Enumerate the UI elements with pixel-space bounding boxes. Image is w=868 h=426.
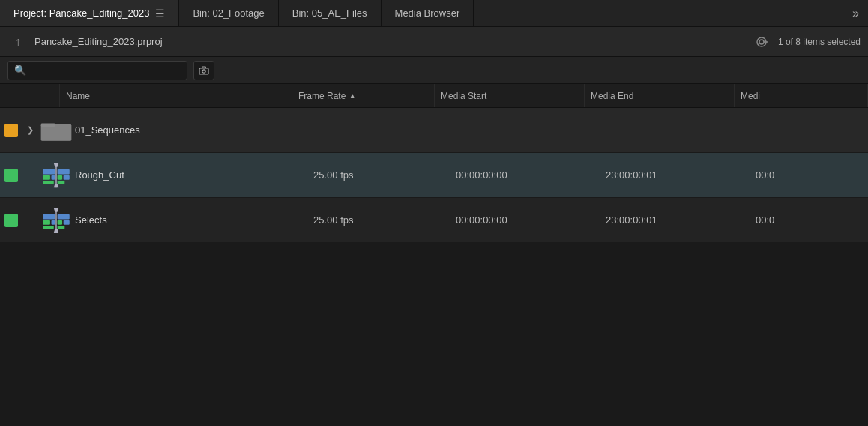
col-name-label: Name bbox=[66, 91, 90, 101]
back-button[interactable]: ↑ bbox=[7, 32, 28, 52]
col-framerate-label: Frame Rate bbox=[298, 91, 346, 101]
svg-rect-18 bbox=[58, 181, 65, 184]
sequence-icon bbox=[40, 159, 72, 192]
color-badge bbox=[4, 169, 18, 182]
svg-point-4 bbox=[202, 69, 205, 72]
col-header-mediastart[interactable]: Media Start bbox=[435, 84, 585, 107]
search-input[interactable] bbox=[31, 65, 181, 76]
folder-icon bbox=[40, 115, 72, 146]
row-thumbnail bbox=[37, 204, 75, 237]
color-badge bbox=[4, 124, 18, 137]
column-headers: Name Frame Rate ▲ Media Start Media End … bbox=[0, 84, 868, 108]
row-framerate: 25.00 fps bbox=[307, 170, 450, 181]
tab-mediabrowser-label: Media Browser bbox=[395, 8, 460, 19]
row-check[interactable] bbox=[0, 214, 22, 227]
col-header-icon bbox=[22, 84, 60, 107]
toolbar: ↑ Pancake_Editing_2023.prproj 1 of 8 ite… bbox=[0, 27, 868, 57]
tab-bin02[interactable]: Bin: 02_Footage bbox=[179, 0, 278, 26]
svg-rect-22 bbox=[43, 214, 55, 218]
table-row[interactable]: Rough_Cut 25.00 fps 00:00:00:00 23:00:00… bbox=[0, 153, 868, 198]
svg-rect-7 bbox=[41, 124, 72, 141]
svg-marker-20 bbox=[54, 208, 58, 212]
row-thumbnail bbox=[37, 115, 75, 146]
search-row: 🔍 bbox=[0, 57, 868, 84]
svg-rect-23 bbox=[43, 220, 50, 225]
filter-button[interactable] bbox=[751, 32, 772, 52]
svg-marker-10 bbox=[54, 184, 58, 188]
project-title: Pancake_Editing_2023.prproj bbox=[34, 36, 745, 47]
table-row[interactable]: ❯ 01_Sequences bbox=[0, 108, 868, 153]
svg-rect-3 bbox=[199, 68, 208, 74]
svg-rect-15 bbox=[58, 176, 62, 180]
svg-rect-11 bbox=[43, 169, 55, 173]
row-framerate: 25.00 fps bbox=[307, 214, 450, 226]
row-check[interactable] bbox=[0, 169, 22, 182]
row-mediaend: 23:00:00:01 bbox=[600, 214, 750, 226]
expand-arrow[interactable]: ❯ bbox=[22, 125, 37, 135]
row-mediaend: 23:00:00:01 bbox=[600, 170, 750, 181]
svg-rect-26 bbox=[58, 220, 62, 225]
tab-bin02-label: Bin: 02_Footage bbox=[193, 8, 264, 19]
table-row[interactable]: Selects 25.00 fps 00:00:00:00 23:00:00:0… bbox=[0, 198, 868, 243]
svg-rect-16 bbox=[64, 176, 70, 180]
svg-marker-9 bbox=[54, 163, 58, 166]
file-list: ❯ 01_Sequences bbox=[0, 108, 868, 243]
svg-rect-24 bbox=[52, 220, 55, 225]
row-mediamore: 00:0 bbox=[750, 214, 868, 226]
camera-icon bbox=[198, 64, 210, 76]
row-mediastart: 00:00:00:00 bbox=[450, 170, 600, 181]
col-mediamore-label: Medi bbox=[741, 91, 760, 101]
svg-rect-28 bbox=[43, 226, 54, 229]
filter-icon bbox=[755, 35, 768, 49]
search-box[interactable]: 🔍 bbox=[7, 61, 187, 80]
col-header-name[interactable]: Name bbox=[60, 84, 292, 107]
tab-bar: Project: Pancake_Editing_2023 ☰ Bin: 02_… bbox=[0, 0, 868, 27]
col-header-framerate[interactable]: Frame Rate ▲ bbox=[292, 84, 435, 107]
back-icon: ↑ bbox=[15, 35, 21, 49]
tab-project[interactable]: Project: Pancake_Editing_2023 ☰ bbox=[0, 0, 179, 26]
col-header-mediamore[interactable]: Medi bbox=[735, 84, 868, 107]
svg-rect-27 bbox=[64, 220, 70, 225]
col-mediastart-label: Media Start bbox=[441, 91, 486, 101]
tab-bin05-label: Bin: 05_AE_Files bbox=[292, 8, 367, 19]
svg-rect-14 bbox=[58, 169, 70, 173]
col-header-check bbox=[0, 84, 22, 107]
tab-chevrons[interactable]: » bbox=[843, 7, 868, 20]
row-check[interactable] bbox=[0, 124, 22, 137]
selection-status: 1 of 8 items selected bbox=[778, 37, 861, 47]
col-mediaend-label: Media End bbox=[591, 91, 633, 101]
col-header-mediaend[interactable]: Media End bbox=[585, 84, 735, 107]
row-name: Selects bbox=[75, 214, 307, 226]
tab-project-label: Project: Pancake_Editing_2023 bbox=[13, 8, 149, 19]
row-mediastart: 00:00:00:00 bbox=[450, 214, 600, 226]
svg-rect-17 bbox=[43, 181, 54, 184]
tab-mediabrowser[interactable]: Media Browser bbox=[382, 0, 474, 26]
sort-arrow-icon: ▲ bbox=[349, 92, 356, 100]
hamburger-icon[interactable]: ☰ bbox=[155, 8, 165, 20]
filter-icon-button[interactable] bbox=[193, 61, 214, 80]
svg-rect-12 bbox=[43, 176, 50, 180]
svg-rect-25 bbox=[58, 214, 70, 218]
color-badge bbox=[4, 214, 18, 227]
sequence-icon bbox=[40, 204, 72, 237]
row-name: Rough_Cut bbox=[75, 170, 307, 181]
svg-rect-29 bbox=[58, 226, 65, 229]
svg-marker-21 bbox=[54, 229, 58, 232]
tab-bin05[interactable]: Bin: 05_AE_Files bbox=[279, 0, 382, 26]
row-thumbnail bbox=[37, 159, 75, 192]
svg-rect-13 bbox=[52, 176, 55, 180]
search-icon: 🔍 bbox=[14, 64, 26, 76]
row-name: 01_Sequences bbox=[75, 124, 307, 136]
svg-point-1 bbox=[759, 40, 764, 44]
row-mediamore: 00:0 bbox=[750, 170, 868, 181]
